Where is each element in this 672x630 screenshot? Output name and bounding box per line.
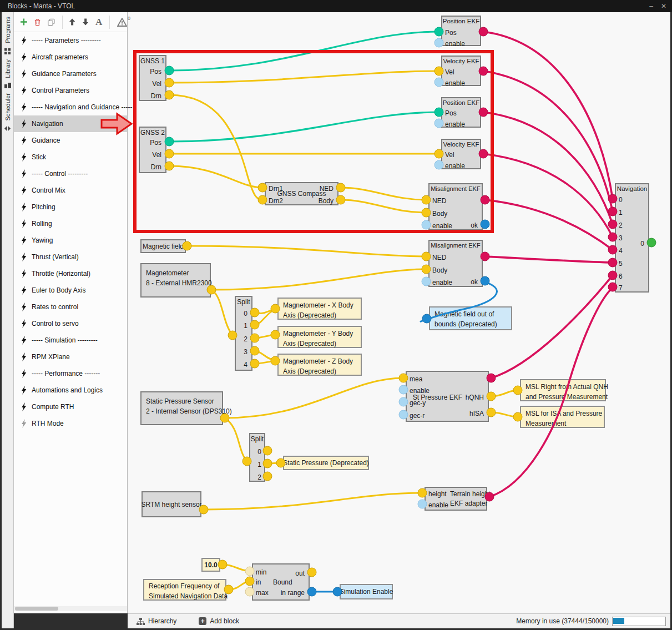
- note-line2: Simulated Navigation Data: [149, 591, 221, 601]
- port-label-enable: enable: [432, 278, 452, 287]
- block-terrain-height-ekf-adapter[interactable]: height enable Terrain height EKF adapter: [425, 487, 487, 511]
- block-bound[interactable]: min in max Bound out in range: [252, 563, 310, 601]
- sidebar-item-rolling[interactable]: Rolling: [14, 215, 127, 232]
- constant-value: 10.0: [203, 559, 219, 571]
- add-block-button[interactable]: + Add block: [199, 617, 239, 625]
- block-navigation[interactable]: Navigation 0 1 2 3 4 5 6 7 0: [615, 183, 649, 293]
- block-velocity-ekf-2[interactable]: Velocity EKF Vel enable: [441, 139, 481, 169]
- add-block-icon: +: [199, 617, 206, 625]
- block-simulation-enable[interactable]: Simulation Enable: [340, 584, 393, 599]
- port-label-drn: Drn: [151, 163, 161, 172]
- block-static-pressure-deprecated[interactable]: Static Pressure (Deprecated): [283, 456, 369, 470]
- tab-library[interactable]: Library: [4, 59, 11, 78]
- port-label-in: in: [256, 578, 261, 587]
- sidebar-item-rpm-xplane[interactable]: RPM XPlane: [14, 349, 127, 365]
- sidebar-item-control-to-servo[interactable]: Control to servo: [14, 315, 127, 332]
- sidebar-item-yawing[interactable]: Yawing: [14, 232, 127, 249]
- block-magnetic-field-out-of-bounds[interactable]: Magnetic field out of bounds (Deprecated…: [429, 306, 512, 330]
- title-bar[interactable]: Blocks - Manta - VTOL – ✕: [0, 0, 672, 12]
- block-magnetic-field[interactable]: Magnetic field: [140, 239, 186, 253]
- port-label-enable: enable: [428, 501, 448, 510]
- block-msl-qnh-note[interactable]: MSL Right from Actual QNH and Pressure M…: [520, 379, 606, 401]
- block-title-line1: Magnetometer: [146, 268, 205, 278]
- port-label-enable: enable: [432, 221, 452, 230]
- sidebar-horizontal-scrollbar[interactable]: [14, 606, 127, 611]
- sidebar-item-rates-to-control[interactable]: Rates to control: [14, 299, 127, 315]
- move-up-icon[interactable]: [69, 18, 75, 26]
- programs-grid-icon[interactable]: [4, 48, 11, 54]
- sidebar-item-simulation-separator[interactable]: ----- Simulation ---------: [14, 332, 127, 349]
- sidebar-item-pitching[interactable]: Pitching: [14, 199, 127, 215]
- block-title: Magnetic field: [142, 240, 185, 252]
- block-velocity-ekf-1[interactable]: Velocity EKF Vel enable: [441, 56, 481, 86]
- sidebar-item-automations-and-logics[interactable]: Automations and Logics: [14, 382, 127, 399]
- port-label-hisa: hISA: [469, 409, 484, 418]
- sidebar-item-thrust-vertical[interactable]: Thrust (Vertical): [14, 249, 127, 265]
- port-label-enable: enable: [445, 120, 465, 129]
- move-down-icon[interactable]: [83, 18, 88, 26]
- block-magnetometer[interactable]: Magnetometer 8 - External HMR2300: [140, 263, 211, 298]
- sidebar-item-performance-separator[interactable]: ----- Performance -------: [14, 365, 127, 382]
- port-label-body: Body: [319, 196, 334, 205]
- tab-scheduler[interactable]: Scheduler: [4, 93, 11, 121]
- block-split-1[interactable]: Split 0 1 2 3 4: [235, 296, 252, 371]
- block-misalignment-ekf-2[interactable]: Misalignment EKF NED Body enable ok: [428, 240, 483, 287]
- sidebar-item-parameters-separator[interactable]: ----- Parameters ---------: [14, 32, 127, 49]
- duplicate-icon[interactable]: [48, 18, 55, 27]
- hierarchy-button[interactable]: Hierarchy: [137, 617, 176, 625]
- block-title: SRTM height sensor: [143, 492, 200, 516]
- block-reception-frequency-note[interactable]: Reception Frequency of Simulated Navigat…: [143, 579, 226, 601]
- block-st-pressure-ekf[interactable]: mea enable gec-y gec-r St Pressure EKF h…: [406, 371, 489, 422]
- add-program-icon[interactable]: [21, 18, 27, 26]
- block-position-ekf-1[interactable]: Position EKF Pos enable: [441, 16, 481, 46]
- block-misalignment-ekf-1[interactable]: Misalignment EKF NED Body enable ok: [428, 183, 483, 230]
- sidebar-item-throttle-horizontal[interactable]: Throttle (Horizontal): [14, 265, 127, 282]
- minimize-button[interactable]: –: [649, 0, 653, 12]
- sidebar-item-rth-mode[interactable]: RTH Mode: [14, 415, 127, 432]
- sidebar-item-guidance[interactable]: Guidance: [14, 132, 127, 149]
- sidebar-item-aircraft-parameters[interactable]: Aircraft parameters: [14, 49, 127, 65]
- sidebar-item-stick[interactable]: Stick: [14, 149, 127, 165]
- sidebar-item-compute-rth[interactable]: Compute RTH: [14, 399, 127, 415]
- rename-icon[interactable]: A: [95, 18, 102, 27]
- block-diagram-canvas[interactable]: [128, 12, 670, 613]
- warnings-indicator[interactable]: 0: [117, 18, 127, 27]
- port-label-vel: Vel: [445, 68, 454, 77]
- port-label-ok: ok: [471, 221, 478, 230]
- block-gnss-1[interactable]: GNSS 1 Pos Vel Drn: [139, 55, 166, 101]
- block-magnetometer-z-deprecated[interactable]: Magnetometer - Z Body Axis (Deprecated): [277, 354, 362, 376]
- window-title: Blocks - Manta - VTOL: [8, 2, 75, 10]
- port-label-max: max: [256, 588, 269, 597]
- block-constant-10[interactable]: 10.0: [201, 558, 220, 572]
- port-label-height: height: [428, 490, 447, 498]
- block-title: Split: [250, 435, 264, 443]
- scrollbar-thumb[interactable]: [15, 607, 58, 611]
- port-label-mea: mea: [410, 375, 422, 384]
- scheduler-arrows-icon[interactable]: [4, 126, 11, 131]
- tab-programs[interactable]: Programs: [4, 17, 11, 43]
- block-title: Navigation: [616, 185, 648, 192]
- sidebar-item-control-parameters[interactable]: Control Parameters: [14, 82, 127, 99]
- program-list: ----- Parameters --------- Aircraft para…: [14, 32, 127, 432]
- sidebar-item-control-separator[interactable]: ----- Control ---------: [14, 165, 127, 182]
- block-msl-isa-note[interactable]: MSL for ISA and Pressure Measurement: [520, 406, 605, 428]
- block-position-ekf-2[interactable]: Position EKF Pos enable: [441, 97, 481, 128]
- toolbar-separator: [62, 16, 63, 29]
- sidebar-item-navigation[interactable]: Navigation: [14, 115, 127, 132]
- sidebar-item-navigation-guidance-separator[interactable]: ----- Navigation and Guidance -----: [14, 99, 127, 115]
- block-static-pressure-sensor[interactable]: Static Pressure Sensor 2 - Internal Sens…: [140, 391, 223, 425]
- block-gnss-compass[interactable]: GNSS Compass Drn1 Drn2 NED Body: [265, 182, 338, 205]
- close-button[interactable]: ✕: [661, 0, 666, 12]
- port-label-hqnh: hQNH: [466, 393, 484, 402]
- block-title: Position EKF: [442, 99, 480, 106]
- block-magnetometer-y-deprecated[interactable]: Magnetometer - Y Body Axis (Deprecated): [277, 326, 362, 348]
- block-srtm-height-sensor[interactable]: SRTM height sensor: [142, 491, 201, 517]
- block-magnetometer-x-deprecated[interactable]: Magnetometer - X Body Axis (Deprecated): [277, 298, 362, 320]
- sidebar-item-euler-to-body-axis[interactable]: Euler to Body Axis: [14, 282, 127, 299]
- library-icon[interactable]: [4, 83, 11, 88]
- delete-program-icon[interactable]: [34, 18, 41, 27]
- block-gnss-2[interactable]: GNSS 2 Pos Vel Drn: [139, 127, 166, 173]
- sidebar-item-control-mix[interactable]: Control Mix: [14, 182, 127, 199]
- block-split-2[interactable]: Split 0 1 2: [249, 433, 265, 482]
- sidebar-item-guidance-parameters[interactable]: Guidance Parameters: [14, 65, 127, 82]
